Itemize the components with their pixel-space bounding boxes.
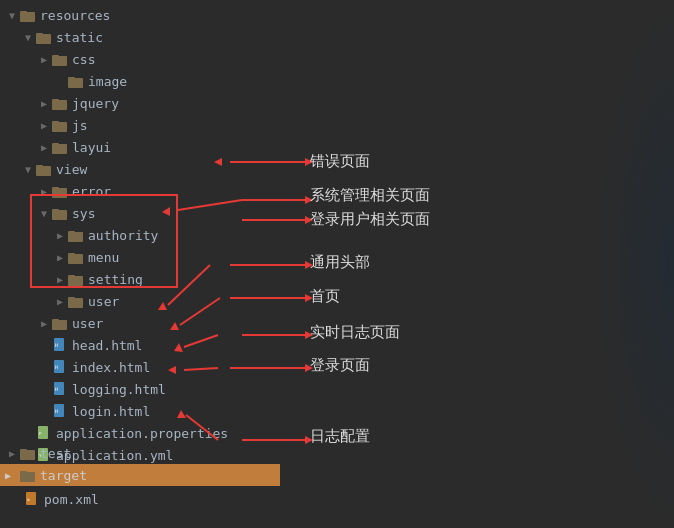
tree-item-test[interactable]: test <box>0 442 280 464</box>
arrow-view <box>20 164 36 175</box>
folder-icon-js <box>52 119 68 132</box>
label-layui: layui <box>72 140 111 155</box>
label-css: css <box>72 52 95 67</box>
label-setting: setting <box>88 272 143 287</box>
arrow-layui <box>36 142 52 153</box>
tree-item-setting[interactable]: setting <box>0 268 280 290</box>
label-sys: sys <box>72 206 95 221</box>
tree-item-static[interactable]: static <box>0 26 280 48</box>
tree-item-index-html[interactable]: H index.html <box>0 356 280 378</box>
folder-icon-user <box>52 317 68 330</box>
annotation-sys: 系统管理相关页面 <box>310 186 430 205</box>
folder-icon-static <box>36 31 52 44</box>
folder-icon-test <box>20 447 36 460</box>
label-head-html: head.html <box>72 338 142 353</box>
tree-item-menu[interactable]: menu <box>0 246 280 268</box>
label-login-html: login.html <box>72 404 150 419</box>
label-index-html: index.html <box>72 360 150 375</box>
svg-text:H: H <box>55 364 58 370</box>
tree-item-logging-html[interactable]: H logging.html <box>0 378 280 400</box>
label-user: user <box>72 316 103 331</box>
label-target: target <box>40 468 87 483</box>
tree-item-error[interactable]: error <box>0 180 280 202</box>
arrow-setting <box>52 274 68 285</box>
svg-text:H: H <box>55 386 58 392</box>
tree-item-resources[interactable]: resources <box>0 4 280 26</box>
properties-icon-app: P <box>36 425 52 441</box>
tree-item-image[interactable]: image <box>0 70 280 92</box>
arrow-menu <box>52 252 68 263</box>
arrow-target <box>0 470 16 481</box>
folder-icon-user-sys <box>68 295 84 308</box>
html-file-icon-head: H <box>52 337 68 353</box>
annotation-index: 首页 <box>310 287 340 306</box>
folder-icon-authority <box>68 229 84 242</box>
tree-item-user-sys[interactable]: user <box>0 290 280 312</box>
arrow-user-sys <box>52 296 68 307</box>
tree-item-view[interactable]: view <box>0 158 280 180</box>
tree-item-css[interactable]: css <box>0 48 280 70</box>
folder-icon-resources <box>20 9 36 22</box>
target-bar[interactable]: target <box>0 464 280 486</box>
tree-item-jquery[interactable]: jquery <box>0 92 280 114</box>
svg-text:H: H <box>55 342 58 348</box>
pom-bar[interactable]: m pom.xml <box>0 488 280 510</box>
annotation-logging: 实时日志页面 <box>310 323 400 342</box>
label-menu: menu <box>88 250 119 265</box>
tree-item-head-html[interactable]: H head.html <box>0 334 280 356</box>
arrow-test <box>4 448 20 459</box>
label-image: image <box>88 74 127 89</box>
label-view: view <box>56 162 87 177</box>
arrow-authority <box>52 230 68 241</box>
arrow-error <box>36 186 52 197</box>
label-error: error <box>72 184 111 199</box>
tree-item-js[interactable]: js <box>0 114 280 136</box>
label-user-sys: user <box>88 294 119 309</box>
annotation-head: 通用头部 <box>310 253 370 272</box>
annotation-authority: 登录用户相关页面 <box>310 210 430 229</box>
label-authority: authority <box>88 228 158 243</box>
folder-icon-jquery <box>52 97 68 110</box>
label-app-properties: application.properties <box>56 426 228 441</box>
tree-item-user[interactable]: user <box>0 312 280 334</box>
tree-item-app-properties[interactable]: P application.properties <box>0 422 280 444</box>
arrow-sys <box>36 208 52 219</box>
pom-icon: m <box>24 491 40 507</box>
html-file-icon-logging: H <box>52 381 68 397</box>
folder-icon-image <box>68 75 84 88</box>
label-resources: resources <box>40 8 110 23</box>
label-jquery: jquery <box>72 96 119 111</box>
tree-item-sys[interactable]: sys <box>0 202 280 224</box>
arrow-static <box>20 32 36 43</box>
arrow-css <box>36 54 52 65</box>
folder-icon-view <box>36 163 52 176</box>
tree-item-layui[interactable]: layui <box>0 136 280 158</box>
html-file-icon-index: H <box>52 359 68 375</box>
arrow-js <box>36 120 52 131</box>
label-logging-html: logging.html <box>72 382 166 397</box>
label-js: js <box>72 118 88 133</box>
tree-item-authority[interactable]: authority <box>0 224 280 246</box>
tree-item-login-html[interactable]: H login.html <box>0 400 280 422</box>
folder-icon-setting <box>68 273 84 286</box>
arrow-resources <box>4 10 20 21</box>
html-file-icon-login: H <box>52 403 68 419</box>
annotation-error: 错误页面 <box>310 152 370 171</box>
folder-icon-sys <box>52 207 68 220</box>
folder-icon-menu <box>68 251 84 264</box>
folder-icon-error <box>52 185 68 198</box>
folder-icon-target <box>20 469 36 482</box>
annotation-login: 登录页面 <box>310 356 370 375</box>
decorative-overlay <box>594 0 674 528</box>
label-test: test <box>40 446 71 461</box>
folder-icon-layui <box>52 141 68 154</box>
arrow-user <box>36 318 52 329</box>
arrow-jquery <box>36 98 52 109</box>
svg-text:H: H <box>55 408 58 414</box>
label-pom: pom.xml <box>44 492 99 507</box>
annotation-logback: 日志配置 <box>310 427 370 446</box>
folder-icon-css <box>52 53 68 66</box>
label-static: static <box>56 30 103 45</box>
